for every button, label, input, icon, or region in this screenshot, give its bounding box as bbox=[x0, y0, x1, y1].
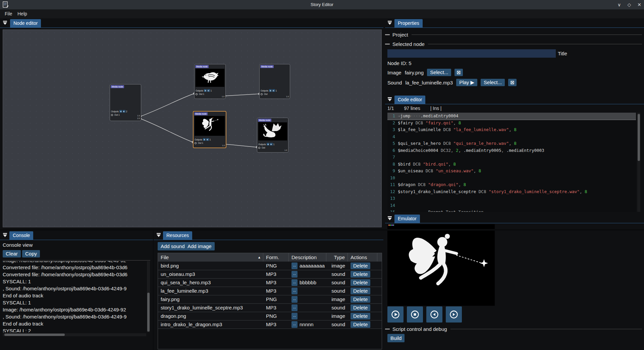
code-line[interactable]: 13 bbox=[387, 195, 636, 202]
input-pin-icon[interactable] bbox=[195, 142, 197, 144]
build-button[interactable]: Build bbox=[387, 334, 405, 342]
output-pin-label[interactable]: 2.0 bbox=[137, 117, 140, 119]
table-row[interactable]: un_oiseau.mp3MP3..soundDelete bbox=[158, 270, 382, 279]
delete-button[interactable]: Delete bbox=[351, 304, 370, 311]
output-pin-label[interactable]: 1.0 bbox=[284, 149, 287, 151]
code-line[interactable]: 6$mediaChoice0004 DC32, 2, .mediaEntry00… bbox=[387, 147, 636, 154]
increment-output-icon[interactable]: ▶ bbox=[272, 89, 275, 92]
code-vertical-scrollbar[interactable] bbox=[637, 113, 640, 212]
column-header-type[interactable]: Type bbox=[326, 253, 348, 261]
delete-button[interactable]: Delete bbox=[351, 288, 370, 294]
table-row[interactable]: dragon.pngPNG..imageDelete bbox=[158, 312, 382, 320]
code-editor-text[interactable]: 1→jump····.mediaEntry00042$fairy DC8 "fa… bbox=[387, 113, 636, 212]
code-line[interactable]: 15 Prompt Text Transition bbox=[387, 209, 636, 212]
tab-console[interactable]: Console bbox=[9, 231, 33, 240]
delete-button[interactable]: Delete bbox=[351, 279, 370, 286]
tab-properties[interactable]: Properties bbox=[394, 19, 423, 27]
table-row[interactable]: la_fee_luminelle.mp3MP3..soundDelete bbox=[158, 287, 382, 295]
image-clear-button[interactable]: ⊠ bbox=[454, 69, 463, 76]
clear-button[interactable]: Clear bbox=[3, 250, 21, 257]
title-input[interactable] bbox=[387, 49, 556, 58]
delete-button[interactable]: Delete bbox=[351, 271, 370, 278]
edit-description-button[interactable]: .. bbox=[291, 262, 298, 269]
delete-button[interactable]: Delete bbox=[351, 296, 370, 303]
collapse-panel-icon[interactable] bbox=[387, 21, 392, 25]
column-header-actions[interactable]: Actions bbox=[348, 253, 377, 261]
forward-button[interactable] bbox=[446, 306, 462, 323]
tab-code-editor[interactable]: Code editor bbox=[394, 96, 425, 104]
tab-emulator[interactable]: Emulator bbox=[394, 215, 420, 223]
table-row[interactable]: story1_drako_luminelle_sceptre.mp3MP3..s… bbox=[158, 304, 382, 312]
node-graph-canvas[interactable]: Media nodeOutputs◀▶2Out 11.02.0Media nod… bbox=[3, 30, 382, 227]
column-header-description[interactable]: Description bbox=[289, 253, 326, 261]
sound-play-button[interactable]: Play ▶ bbox=[456, 79, 477, 86]
sound-clear-button[interactable]: ⊠ bbox=[508, 79, 517, 86]
image-select-button[interactable]: Select... bbox=[427, 69, 451, 76]
stop-button[interactable] bbox=[407, 306, 423, 323]
code-line[interactable]: 4 bbox=[387, 133, 636, 140]
decrement-output-icon[interactable]: ◀ bbox=[204, 89, 207, 92]
copy-button[interactable]: Copy bbox=[22, 250, 40, 257]
code-line[interactable]: 14 bbox=[387, 202, 636, 209]
increment-output-icon[interactable]: ▶ bbox=[207, 89, 210, 92]
menu-file[interactable]: File bbox=[3, 9, 14, 18]
input-pin-icon[interactable] bbox=[196, 93, 198, 95]
edit-description-button[interactable]: .. bbox=[291, 296, 298, 303]
close-icon[interactable]: ✕ bbox=[637, 2, 642, 7]
collapse-panel-icon[interactable] bbox=[156, 233, 161, 237]
code-line[interactable]: 10 bbox=[387, 175, 636, 182]
code-line[interactable]: 12$story1_drako_luminelle_sceptre DC8 "s… bbox=[387, 188, 636, 195]
delete-button[interactable]: Delete bbox=[351, 321, 370, 328]
decrement-output-icon[interactable]: ◀ bbox=[203, 138, 206, 141]
code-line[interactable]: 11$dragon DC8 "dragon.qoi", 8 bbox=[387, 181, 636, 188]
console-vertical-scrollbar[interactable] bbox=[147, 261, 150, 332]
code-line[interactable]: 7 bbox=[387, 154, 636, 161]
output-pin-label[interactable]: 1.0 bbox=[137, 115, 140, 117]
node-start[interactable]: Media nodeOutputs◀▶2Out 11.02.0 bbox=[110, 84, 141, 121]
table-row[interactable]: intro_drako_le_dragon.mp3MP3..nnnnnsound… bbox=[158, 320, 382, 329]
collapse-panel-icon[interactable] bbox=[3, 233, 7, 237]
node-bird[interactable]: Media nodeOutputs◀▶1Out 11.0 bbox=[194, 64, 226, 99]
tab-node-editor[interactable]: Node editor bbox=[10, 19, 41, 27]
play-button[interactable] bbox=[387, 306, 404, 323]
output-pin-label[interactable]: 1.0 bbox=[222, 144, 225, 147]
node-fairy[interactable]: Media nodeOutputs◀▶1Out 11.0 bbox=[193, 111, 226, 148]
collapse-panel-icon[interactable] bbox=[387, 216, 392, 221]
sort-ascending-icon[interactable]: ▲ bbox=[258, 253, 261, 261]
add-image-button[interactable]: Add image bbox=[184, 242, 215, 250]
code-line[interactable]: 5$qui_sera_le_hero DC8 "qui_sera_le_hero… bbox=[387, 140, 636, 147]
decrement-output-icon[interactable]: ◀ bbox=[269, 89, 272, 92]
table-row[interactable]: qui_sera_le_hero.mp3MP3..bbbbbbsoundDele… bbox=[158, 279, 382, 287]
input-pin-icon[interactable] bbox=[261, 93, 263, 95]
code-line[interactable]: 9$un_oiseau DC8 "un_oiseau.wav", 8 bbox=[387, 168, 636, 175]
input-pin-icon[interactable] bbox=[111, 114, 113, 116]
table-row[interactable]: bird.pngPNG..aaaaaaaaaimageDelete bbox=[158, 262, 382, 270]
increment-output-icon[interactable]: ▶ bbox=[270, 143, 273, 145]
back-button[interactable] bbox=[426, 306, 442, 323]
edit-description-button[interactable]: .. bbox=[291, 288, 298, 294]
node-dragon[interactable]: Media nodeOutputs◀▶1Out1.0 bbox=[257, 118, 288, 153]
edit-description-button[interactable]: .. bbox=[291, 304, 298, 311]
decrement-output-icon[interactable]: ◀ bbox=[119, 110, 122, 113]
collapse-panel-icon[interactable] bbox=[3, 21, 7, 25]
tab-resources[interactable]: Resources bbox=[163, 231, 192, 240]
maximize-icon[interactable]: ◇ bbox=[627, 2, 632, 7]
code-line[interactable]: 8$bird DC8 "bird.qoi", 8 bbox=[387, 161, 636, 168]
edit-description-button[interactable]: .. bbox=[291, 313, 298, 319]
edit-description-button[interactable]: .. bbox=[291, 279, 298, 286]
sound-select-button[interactable]: Select... bbox=[481, 79, 505, 86]
menu-help[interactable]: Help bbox=[15, 9, 29, 18]
minimize-icon[interactable]: ∨ bbox=[616, 2, 622, 7]
edit-description-button[interactable]: .. bbox=[291, 271, 298, 278]
output-pin-label[interactable]: 1.0 bbox=[222, 96, 224, 98]
node-choice[interactable]: Media nodeOutputs◀▶1Out1.0 bbox=[259, 64, 290, 99]
increment-output-icon[interactable]: ▶ bbox=[123, 110, 125, 113]
delete-button[interactable]: Delete bbox=[351, 313, 370, 319]
console-horizontal-scrollbar[interactable] bbox=[3, 333, 146, 336]
column-header-file[interactable]: File▲ bbox=[158, 253, 263, 261]
input-pin-icon[interactable] bbox=[258, 147, 260, 149]
code-line[interactable]: 2$fairy DC8 "fairy.qoi", 8 bbox=[387, 120, 636, 127]
add-sound-button[interactable]: Add sound bbox=[158, 242, 188, 250]
increment-output-icon[interactable]: ▶ bbox=[206, 138, 209, 141]
column-header-form[interactable]: Form. bbox=[263, 253, 289, 261]
